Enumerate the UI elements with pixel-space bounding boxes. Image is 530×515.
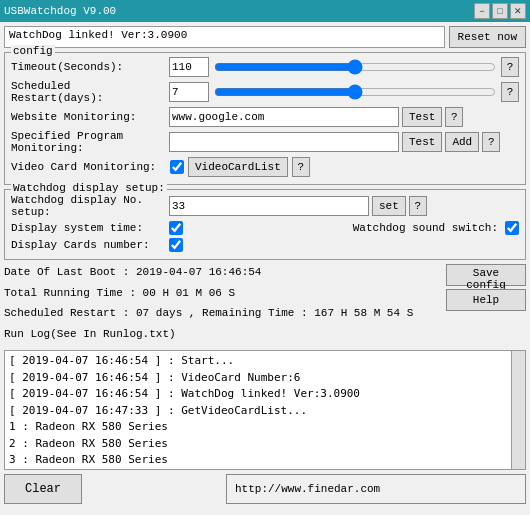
reset-now-button[interactable]: Reset now: [449, 26, 526, 48]
specified-input[interactable]: [169, 132, 399, 152]
restore-button[interactable]: □: [492, 3, 508, 19]
info-container: Date Of Last Boot : 2019-04-07 16:46:54 …: [4, 264, 526, 346]
config-group-label: config: [11, 45, 55, 57]
sound-switch-checkbox[interactable]: [505, 221, 519, 235]
info-text-area: Date Of Last Boot : 2019-04-07 16:46:54 …: [4, 264, 442, 346]
specified-help-button[interactable]: ?: [482, 132, 500, 152]
timeout-input[interactable]: [169, 57, 209, 77]
display-no-input[interactable]: [169, 196, 369, 216]
scheduled-help-button[interactable]: ?: [501, 82, 519, 102]
close-button[interactable]: ✕: [510, 3, 526, 19]
minimize-button[interactable]: −: [474, 3, 490, 19]
system-time-row: Display system time: Watchdog sound swit…: [11, 221, 519, 235]
running-time-text: Total Running Time : 00 H 01 M 06 S: [4, 285, 442, 302]
add-button[interactable]: Add: [445, 132, 479, 152]
set-button[interactable]: set: [372, 196, 406, 216]
url-display: http://www.finedar.com: [226, 474, 526, 504]
clear-button[interactable]: Clear: [4, 474, 82, 504]
display-no-row: Watchdog display No. setup: set ?: [11, 194, 519, 218]
video-card-list-button[interactable]: VideoCardList: [188, 157, 288, 177]
cards-number-label: Display Cards number:: [11, 239, 166, 251]
specified-row: Specified Program Monitoring: Test Add ?: [11, 130, 519, 154]
log-area[interactable]: [ 2019-04-07 16:46:54 ] : Start... [ 201…: [4, 350, 526, 470]
last-boot-text: Date Of Last Boot : 2019-04-07 16:46:54: [4, 264, 442, 281]
video-label: Video Card Monitoring:: [11, 161, 166, 173]
system-time-checkbox[interactable]: [169, 221, 183, 235]
specified-test-button[interactable]: Test: [402, 132, 442, 152]
scheduled-slider[interactable]: [214, 82, 496, 102]
specified-label: Specified Program Monitoring:: [11, 130, 166, 154]
info-buttons: Save config Help: [446, 264, 526, 346]
scheduled-label: Scheduled Restart(days):: [11, 80, 166, 104]
bottom-bar: Clear http://www.finedar.com: [4, 474, 526, 504]
sound-switch-label: Watchdog sound switch:: [353, 222, 498, 234]
cards-number-checkbox[interactable]: [169, 238, 183, 252]
display-help-button[interactable]: ?: [409, 196, 427, 216]
timeout-slider[interactable]: [214, 57, 496, 77]
save-config-button[interactable]: Save config: [446, 264, 526, 286]
website-test-button[interactable]: Test: [402, 107, 442, 127]
timeout-row: Timeout(Seconds): ?: [11, 57, 519, 77]
app-title: USBWatchdog V9.00: [4, 5, 116, 17]
website-label: Website Monitoring:: [11, 111, 166, 123]
window-controls: − □ ✕: [474, 3, 526, 19]
video-help-button[interactable]: ?: [292, 157, 310, 177]
log-text: [ 2019-04-07 16:46:54 ] : Start... [ 201…: [9, 353, 521, 469]
website-input[interactable]: [169, 107, 399, 127]
status-text: WatchDog linked! Ver:3.0900: [4, 26, 445, 48]
website-help-button[interactable]: ?: [445, 107, 463, 127]
scheduled-row: Scheduled Restart(days): ?: [11, 80, 519, 104]
cards-number-row: Display Cards number:: [11, 238, 519, 252]
video-row: Video Card Monitoring: VideoCardList ?: [11, 157, 519, 177]
video-checkbox[interactable]: [170, 160, 184, 174]
run-log-text: Run Log(See In Runlog.txt): [4, 326, 442, 343]
display-no-label: Watchdog display No. setup:: [11, 194, 166, 218]
scheduled-restart-text: Scheduled Restart : 07 days , Remaining …: [4, 305, 442, 322]
config-group: config Timeout(Seconds): ? Scheduled Res…: [4, 52, 526, 185]
watchdog-setup-label: Watchdog display setup:: [11, 182, 167, 194]
main-content: WatchDog linked! Ver:3.0900 Reset now co…: [0, 22, 530, 508]
status-bar: WatchDog linked! Ver:3.0900 Reset now: [4, 26, 526, 48]
scheduled-input[interactable]: [169, 82, 209, 102]
system-time-label: Display system time:: [11, 222, 166, 234]
title-bar: USBWatchdog V9.00 − □ ✕: [0, 0, 530, 22]
timeout-help-button[interactable]: ?: [501, 57, 519, 77]
website-row: Website Monitoring: Test ?: [11, 107, 519, 127]
scrollbar[interactable]: [511, 351, 525, 469]
watchdog-setup-group: Watchdog display setup: Watchdog display…: [4, 189, 526, 260]
help-button[interactable]: Help: [446, 289, 526, 311]
timeout-label: Timeout(Seconds):: [11, 61, 166, 73]
